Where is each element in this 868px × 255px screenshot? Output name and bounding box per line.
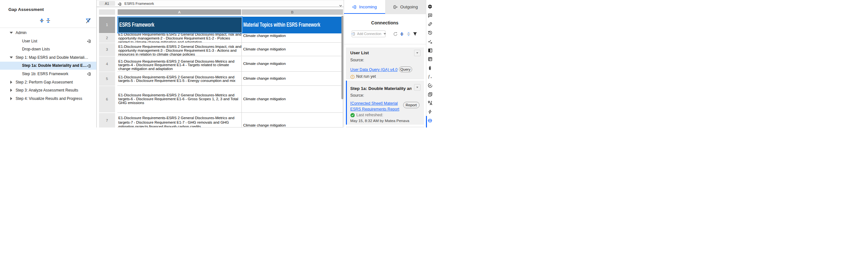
svg-text:f: f [428, 74, 430, 79]
svg-text:×: × [430, 76, 432, 79]
